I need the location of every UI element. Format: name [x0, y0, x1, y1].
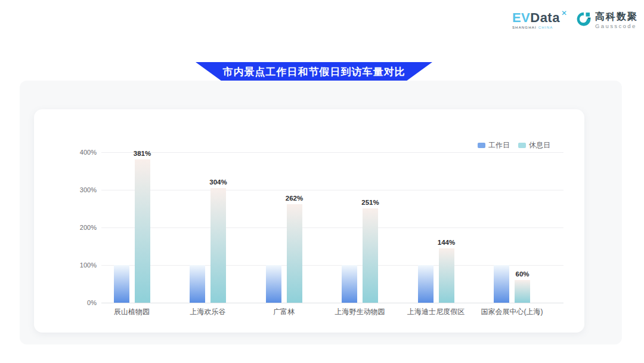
evdata-subtitle: SHANGHAI CHINA — [512, 26, 567, 29]
gridline — [101, 152, 564, 153]
bar-restday[interactable] — [135, 159, 150, 303]
title-banner: 市内景点工作日和节假日到访车量对比 — [196, 62, 432, 81]
bar-restday[interactable] — [287, 204, 302, 303]
bar-value-label: 251% — [351, 199, 389, 206]
bar-workday[interactable] — [114, 265, 129, 303]
legend-swatch-icon — [518, 143, 526, 148]
y-axis-tick-label: 200% — [58, 224, 97, 231]
y-axis-tick-label: 400% — [58, 149, 97, 156]
bar-restday[interactable] — [210, 188, 226, 303]
x-axis-category-label: 广富林 — [246, 307, 322, 317]
legend-label: 休息日 — [529, 140, 550, 150]
chart-card: 工作日休息日 0%100%200%300%400%381%辰山植物园304%上海… — [34, 109, 584, 333]
bar-restday[interactable] — [515, 280, 530, 303]
legend-swatch-icon — [478, 143, 485, 148]
bar-restday[interactable] — [439, 248, 454, 303]
evdata-wordmark: EVData ✕ — [512, 11, 567, 24]
evdata-sub-shanghai: SHANGHAI — [512, 26, 537, 29]
header-logos: EVData ✕ SHANGHAI CHINA 高科数聚 Gausscode — [512, 11, 638, 30]
x-axis-line — [101, 303, 564, 303]
bar-value-label: 381% — [123, 150, 162, 157]
gausscode-logo: 高科数聚 Gausscode — [575, 11, 638, 30]
y-axis-tick-label: 300% — [58, 186, 97, 193]
legend-item-工作日[interactable]: 工作日 — [478, 140, 510, 150]
legend-item-休息日[interactable]: 休息日 — [518, 140, 550, 150]
x-axis-category-label: 辰山植物园 — [94, 307, 170, 317]
gausscode-text: 高科数聚 Gausscode — [595, 12, 638, 29]
x-axis-category-label: 国家会展中心(上海) — [474, 307, 550, 317]
legend-label: 工作日 — [488, 140, 510, 150]
gausscode-cn-name: 高科数聚 — [595, 12, 638, 21]
bar-value-label: 144% — [428, 239, 466, 246]
bar-workday[interactable] — [342, 265, 357, 303]
bar-value-label: 60% — [503, 270, 541, 278]
x-axis-category-label: 上海野生动物园 — [322, 307, 398, 317]
evdata-ev-text: EV — [512, 11, 530, 24]
evdata-x-icon: ✕ — [561, 10, 567, 17]
gausscode-g-icon — [575, 11, 592, 30]
y-axis-tick-label: 0% — [58, 299, 97, 306]
gridline — [101, 227, 564, 228]
bar-workday[interactable] — [266, 265, 281, 303]
gausscode-en-name: Gausscode — [595, 23, 638, 29]
y-axis-tick-label: 100% — [58, 262, 97, 269]
bar-value-label: 304% — [199, 179, 237, 186]
content-panel: 工作日休息日 0%100%200%300%400%381%辰山植物园304%上海… — [20, 81, 622, 344]
bar-value-label: 262% — [275, 195, 314, 202]
bar-workday[interactable] — [418, 265, 434, 303]
evdata-data-text: Data — [530, 11, 560, 24]
chart-legend: 工作日休息日 — [478, 140, 550, 150]
bar-workday[interactable] — [190, 265, 205, 303]
bar-restday[interactable] — [363, 208, 378, 303]
page-title: 市内景点工作日和节假日到访车量对比 — [223, 65, 405, 79]
evdata-sub-china: CHINA — [538, 26, 553, 29]
x-axis-category-label: 上海欢乐谷 — [170, 307, 246, 317]
evdata-logo: EVData ✕ SHANGHAI CHINA — [512, 11, 567, 29]
x-axis-category-label: 上海迪士尼度假区 — [398, 307, 474, 317]
page: EVData ✕ SHANGHAI CHINA 高科数聚 Gausscode — [0, 0, 644, 363]
gridline — [101, 190, 564, 190]
